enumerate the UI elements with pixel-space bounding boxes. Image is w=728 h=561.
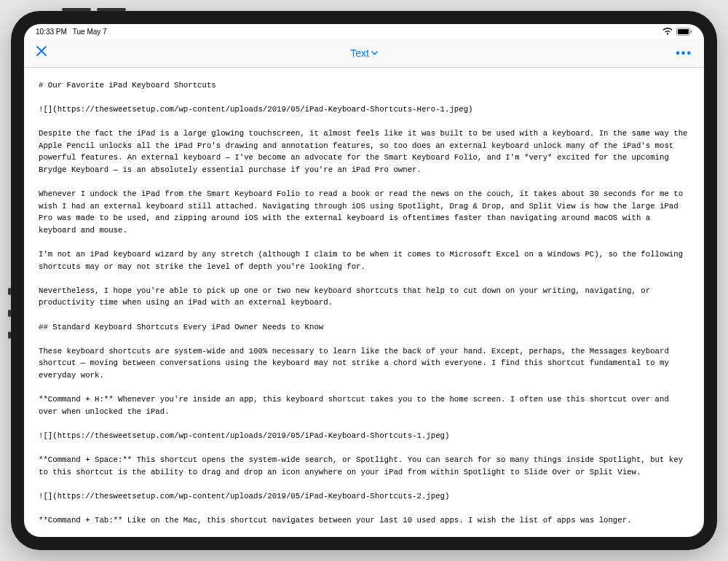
document-editor[interactable]: # Our Favorite iPad Keyboard Shortcuts !… bbox=[24, 68, 704, 537]
screen: 10:33 PM Tue May 7 Text bbox=[24, 24, 704, 537]
svg-rect-2 bbox=[691, 30, 692, 33]
svg-rect-1 bbox=[678, 29, 689, 34]
device-top-buttons bbox=[62, 8, 126, 11]
ipad-device-frame: 10:33 PM Tue May 7 Text bbox=[11, 11, 717, 550]
status-time: 10:33 PM bbox=[36, 28, 67, 36]
status-date: Tue May 7 bbox=[73, 28, 107, 36]
chevron-down-icon bbox=[371, 49, 378, 57]
mode-dropdown[interactable]: Text bbox=[350, 47, 378, 59]
more-button[interactable]: ••• bbox=[670, 47, 692, 60]
status-bar: 10:33 PM Tue May 7 bbox=[24, 24, 704, 39]
mode-label: Text bbox=[350, 47, 369, 59]
battery-icon bbox=[676, 28, 692, 36]
navigation-bar: Text ••• bbox=[24, 39, 704, 68]
wifi-icon bbox=[662, 28, 673, 35]
device-side-buttons bbox=[8, 288, 11, 339]
close-button[interactable] bbox=[36, 45, 58, 60]
